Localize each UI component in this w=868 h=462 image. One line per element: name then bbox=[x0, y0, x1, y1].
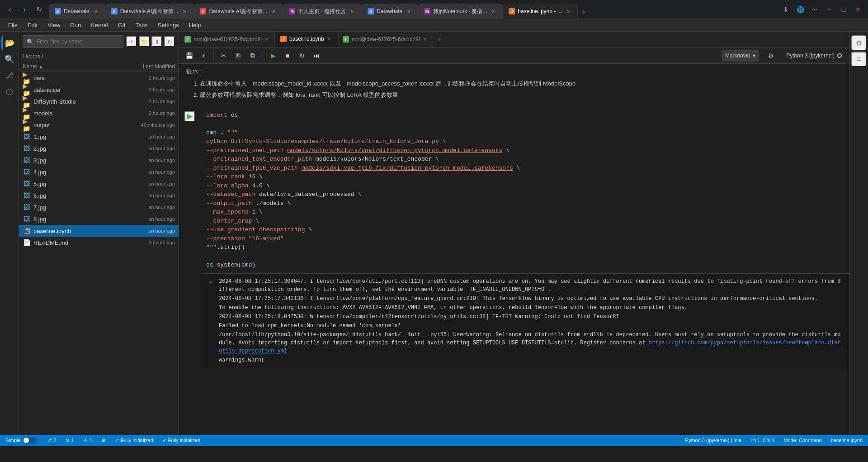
menu-item-help[interactable]: Help bbox=[184, 21, 206, 29]
file-item-2jpg[interactable]: 🖼 2.jpg an hour ago bbox=[19, 143, 179, 154]
tab-close-icon[interactable]: ✕ bbox=[490, 8, 497, 15]
initialized-1[interactable]: ✓ Fully initialized bbox=[113, 435, 155, 446]
tab-close-icon[interactable]: ✕ bbox=[92, 8, 99, 15]
reload-button[interactable]: ↻ bbox=[33, 3, 45, 16]
notebook-tab-baseline[interactable]: J baseline.ipynb ✕ bbox=[275, 32, 337, 47]
file-item-7jpg[interactable]: 🖼 7.jpg an hour ago bbox=[19, 201, 179, 213]
output-link[interactable]: https://github.com/pypa/setuptools/issue… bbox=[219, 340, 840, 354]
tab-title: 个人主页 · 魔搭社区 bbox=[298, 8, 346, 15]
name-column-header[interactable]: Name ▲ bbox=[23, 63, 116, 70]
sidebar-icon-search[interactable]: 🔍 bbox=[2, 52, 17, 67]
file-item-4jpg[interactable]: 🖼 4.jpg an hour ago bbox=[19, 166, 179, 178]
menu-item-view[interactable]: View bbox=[43, 21, 65, 29]
browser-tab-tab7[interactable]: J baseline.ipynb - ... ✕ bbox=[503, 4, 577, 19]
browser-tab-tab2[interactable]: D Datawhale AI夏令营策... ✕ bbox=[105, 4, 194, 19]
nb-tab-close[interactable]: ✕ bbox=[327, 36, 331, 42]
new-file-button[interactable]: + bbox=[126, 36, 137, 47]
browser-tab-tab4[interactable]: M 个人主页 · 魔搭社区 ✕ bbox=[283, 4, 362, 19]
cut-button[interactable]: ✂ bbox=[217, 49, 230, 62]
menu-item-file[interactable]: File bbox=[4, 21, 22, 29]
file-item-readme[interactable]: 📄 README.md 3 hours ago bbox=[19, 237, 179, 248]
file-item-data[interactable]: ▶ 📁 data 2 hours ago bbox=[19, 72, 179, 84]
file-item-6jpg[interactable]: 🖼 6.jpg an hour ago bbox=[19, 190, 179, 201]
file-search-box[interactable]: 🔍 bbox=[23, 35, 123, 48]
right-sidebar-btn-2[interactable]: ≡ bbox=[851, 52, 867, 67]
paste-button[interactable]: ⧉ bbox=[246, 49, 259, 62]
file-item-1jpg[interactable]: 🖼 1.jpg an hour ago bbox=[19, 131, 179, 143]
kernel-status-bar[interactable]: Python 3 (ipykernel) | Idle bbox=[684, 435, 744, 446]
minimize-button[interactable]: − bbox=[823, 3, 835, 16]
notebook-tab-terminal2[interactable]: T root@dsw-612625-6dcddd9l ✕ bbox=[337, 32, 433, 47]
nb-tab-close[interactable]: ✕ bbox=[264, 36, 269, 43]
refresh-button[interactable]: ↻ bbox=[164, 36, 175, 47]
stop-button[interactable]: ■ bbox=[281, 49, 294, 62]
cell-run-button[interactable]: ▶ bbox=[184, 111, 195, 122]
branch-count[interactable]: ⎇ 2 bbox=[44, 435, 58, 446]
file-item-models[interactable]: ▶ 📁 models 2 hours ago bbox=[19, 107, 179, 119]
sidebar-icons: 📂🔍⎇⬡ bbox=[0, 32, 19, 435]
tab-close-icon[interactable]: ✕ bbox=[349, 8, 356, 15]
download-icon[interactable]: ⬇ bbox=[779, 3, 792, 16]
code-line: --lora_alpha 4.0 \ bbox=[206, 181, 844, 191]
run-cell-button[interactable]: ▶ bbox=[267, 49, 279, 62]
tab-close-icon[interactable]: ✕ bbox=[565, 8, 572, 15]
new-folder-button[interactable]: 📁 bbox=[139, 36, 150, 47]
browser-tab-tab6[interactable]: M 我的Notebook · 魔搭... ✕ bbox=[418, 4, 503, 19]
file-item-baseline[interactable]: 📓 baseline.ipynb an hour ago bbox=[19, 225, 179, 237]
back-button[interactable]: ‹ bbox=[4, 3, 16, 16]
notebook-tab-terminal1[interactable]: T root@dsw-612625-6dcddd9l ✕ bbox=[179, 32, 275, 47]
restart-run-button[interactable]: ⏭ bbox=[310, 49, 323, 62]
error-count[interactable]: ✕ 1 bbox=[64, 435, 76, 446]
tab-close-icon[interactable]: ✕ bbox=[270, 8, 277, 15]
right-sidebar-btn-1[interactable]: ⚙ bbox=[851, 35, 867, 51]
forward-button[interactable]: › bbox=[18, 3, 31, 16]
simple-toggle[interactable]: Simple bbox=[4, 435, 39, 446]
warning-count[interactable]: ⚠ 1 bbox=[81, 435, 94, 446]
toggle-track[interactable] bbox=[23, 437, 37, 444]
close-button[interactable]: ✕ bbox=[852, 3, 864, 16]
sidebar-icon-source-control[interactable]: ⎇ bbox=[2, 68, 17, 83]
settings-button[interactable]: ⚙ bbox=[764, 49, 777, 62]
menu-item-kernel[interactable]: Kernel bbox=[86, 21, 113, 29]
code-editor[interactable]: import os cmd = """python DiffSynth-Stud… bbox=[201, 107, 849, 273]
tab-close-icon[interactable]: ✕ bbox=[405, 8, 412, 15]
nb-tab-close[interactable]: ✕ bbox=[423, 36, 427, 43]
mode-indicator[interactable]: Mode: Command bbox=[782, 435, 823, 446]
tab-close-icon[interactable]: ✕ bbox=[181, 8, 188, 15]
menu-item-edit[interactable]: Edit bbox=[23, 21, 42, 29]
sidebar-icon-extensions[interactable]: ⬡ bbox=[2, 84, 17, 100]
restart-button[interactable]: ↻ bbox=[296, 49, 308, 62]
copy-button[interactable]: ⎘ bbox=[232, 49, 245, 62]
settings-status[interactable]: ⚙ bbox=[99, 435, 108, 446]
sidebar-icon-files[interactable]: 📂 bbox=[2, 35, 17, 51]
initialized-2[interactable]: ✓ Fully initialized bbox=[160, 435, 203, 446]
toolbar-separator-1 bbox=[213, 51, 214, 60]
file-item-5jpg[interactable]: 🖼 5.jpg an hour ago bbox=[19, 178, 179, 190]
globe-icon[interactable]: 🌐 bbox=[794, 3, 807, 16]
cell-type-dropdown[interactable]: Markdown ▾ bbox=[722, 50, 759, 62]
file-item-8jpg[interactable]: 🖼 8.jpg an hour ago bbox=[19, 213, 179, 225]
browser-tab-tab5[interactable]: D Datawhale ✕ bbox=[362, 4, 418, 19]
code-line: --max_epochs 1 \ bbox=[206, 208, 844, 217]
cursor-position[interactable]: Ln 1, Col 1 bbox=[749, 435, 776, 446]
file-item-data-juicer[interactable]: ▶ 📁 data-juicer 2 hours ago bbox=[19, 84, 179, 95]
add-cell-button[interactable]: + bbox=[197, 49, 210, 62]
maximize-button[interactable]: □ bbox=[837, 3, 850, 16]
save-button[interactable]: 💾 bbox=[183, 49, 195, 62]
file-item-3jpg[interactable]: 🖼 3.jpg an hour ago bbox=[19, 154, 179, 166]
file-item-DiffSynth-Studio[interactable]: ▶ 📁 DiffSynth-Studio 2 hours ago bbox=[19, 95, 179, 107]
file-item-output[interactable]: ▶ 📁 output 40 minutes ago bbox=[19, 119, 179, 131]
more-icon[interactable]: ⋯ bbox=[808, 3, 821, 16]
modified-column-header[interactable]: Last Modified bbox=[116, 63, 175, 70]
upload-button[interactable]: ⬆ bbox=[151, 36, 162, 47]
add-tab-button[interactable]: + bbox=[578, 6, 590, 19]
browser-tab-tab3[interactable]: C Datawhale AI夏令营策... ✕ bbox=[194, 4, 283, 19]
filename-status[interactable]: baseline.ipynb bbox=[829, 435, 864, 446]
menu-item-tabs[interactable]: Tabs bbox=[131, 21, 152, 29]
search-input[interactable] bbox=[37, 38, 119, 45]
menu-item-run[interactable]: Run bbox=[66, 21, 85, 29]
add-tab-button[interactable]: + bbox=[433, 32, 446, 47]
menu-item-settings[interactable]: Settings bbox=[153, 21, 184, 29]
menu-item-git[interactable]: Git bbox=[113, 21, 130, 29]
browser-tab-tab1[interactable]: D Datawhale ✕ bbox=[49, 4, 105, 19]
